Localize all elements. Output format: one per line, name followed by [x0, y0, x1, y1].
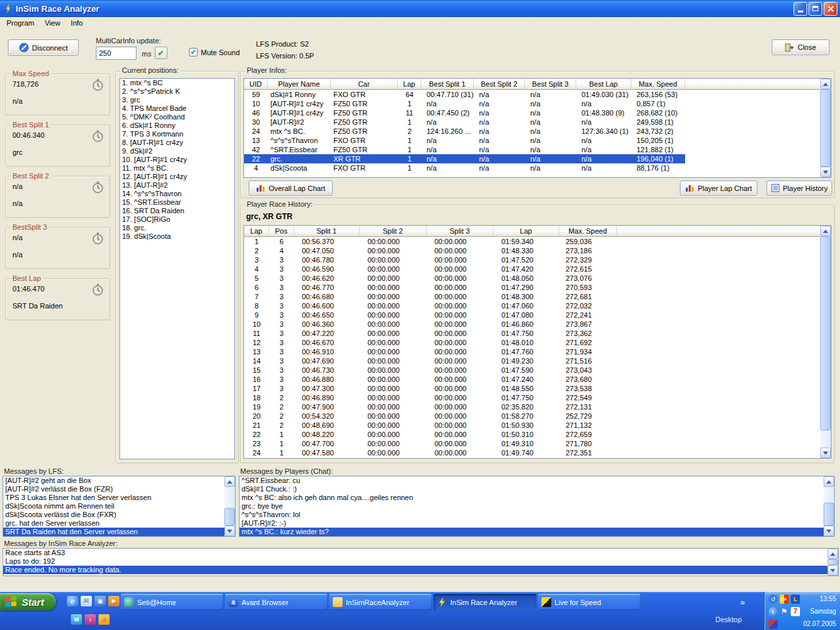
- zonealarm-icon[interactable]: ZA: [780, 595, 789, 604]
- table-row[interactable]: 22grc.XR GTR1n/an/an/an/a196,040 (1): [244, 154, 685, 163]
- player-history-button[interactable]: Player History: [766, 180, 832, 196]
- lfs-bolt-icon[interactable]: L: [791, 595, 800, 604]
- scroll-down-button[interactable]: [828, 565, 838, 576]
- table-row[interactable]: 23100:47.70000:00.00000:00.00001:49.3102…: [244, 439, 617, 448]
- position-item[interactable]: 15. ^SRT.Eissbear: [120, 198, 234, 207]
- column-header[interactable]: Car: [331, 79, 398, 90]
- message-item[interactable]: [AUT-R]#2 verlässt die Box (FZR): [3, 485, 235, 494]
- table-row[interactable]: 13300:46.91000:00.00000:00.00001:47.7602…: [244, 347, 617, 356]
- table-row[interactable]: 14300:47.69000:00.00000:00.00001:49.2302…: [244, 356, 617, 366]
- taskbar-button[interactable]: InSimRaceAnalyzer: [329, 594, 432, 610]
- alert-icon[interactable]: [768, 620, 778, 629]
- scroll-up-button[interactable]: [828, 549, 838, 559]
- position-item[interactable]: 6. dSk|#1 Ronny: [120, 121, 234, 130]
- message-item[interactable]: dSk|#1 Chuck.: :): [240, 485, 834, 494]
- table-row[interactable]: 13^s^s^sThavronFXO GTR1n/an/an/an/a150,2…: [244, 136, 685, 145]
- message-item[interactable]: Race starts at AS3: [3, 549, 838, 557]
- restore-arrow-icon[interactable]: ↺: [768, 595, 778, 604]
- position-item[interactable]: 1. mtx ^s BC: [120, 79, 234, 87]
- scroll-up-button[interactable]: [820, 226, 831, 236]
- overall-lap-chart-button[interactable]: Overall Lap Chart: [249, 180, 333, 196]
- scroll-track[interactable]: [820, 89, 831, 167]
- position-item[interactable]: 14. ^s^s^sThavron: [120, 190, 234, 198]
- message-item[interactable]: grc.: bye bye: [240, 502, 834, 511]
- scroll-thumb[interactable]: [820, 236, 831, 430]
- seven-icon[interactable]: 7: [791, 607, 800, 616]
- table-row[interactable]: 10[AUT-R]#1 cr4zyFZ50 GTR1n/an/an/an/a0,…: [244, 99, 685, 108]
- scroll-track[interactable]: [824, 487, 834, 526]
- table-row[interactable]: 9300:46.65000:00.00000:00.00001:47.08027…: [244, 310, 617, 320]
- lfs-icon[interactable]: [541, 597, 551, 607]
- table-row[interactable]: 15300:46.73000:00.00000:00.00001:47.5902…: [244, 366, 617, 375]
- close-window-button[interactable]: [824, 2, 837, 16]
- message-item[interactable]: dSk|Scoota verlässt die Box (FXR): [3, 511, 235, 519]
- column-header[interactable]: Split 2: [360, 226, 427, 237]
- column-header[interactable]: Max. Speed: [631, 79, 685, 90]
- messages-insim-scrollbar[interactable]: [828, 549, 838, 576]
- table-row[interactable]: 24mtx ^s BC.FZ50 GTR2124:16.260 ...n/an/…: [244, 127, 685, 136]
- mute-sound-checkbox[interactable]: Mute Sound: [189, 48, 240, 56]
- taskbar-button[interactable]: InSim Race Analyzer: [434, 594, 536, 610]
- position-item[interactable]: 5. ^DMK² Coolhand: [120, 113, 234, 121]
- desktop-toolbar-label[interactable]: Desktop: [715, 616, 742, 623]
- scroll-down-button[interactable]: [224, 526, 235, 536]
- column-header[interactable]: Best Lap: [576, 79, 631, 90]
- seti-icon[interactable]: [124, 597, 134, 607]
- position-item[interactable]: 4. TPS Marcel Bade: [120, 104, 234, 113]
- message-item[interactable]: Laps to do: 192: [3, 557, 838, 566]
- table-row[interactable]: 18200:46.89000:00.00000:00.00001:47.7502…: [244, 393, 617, 402]
- table-row[interactable]: 59dSk|#1 RonnyFXO GTR6400:47.710 (31)n/a…: [244, 90, 685, 99]
- minimize-button[interactable]: [793, 2, 807, 16]
- messages-lfs-scrollbar[interactable]: [224, 476, 235, 536]
- taskbar-button[interactable]: Seti@Home: [121, 594, 223, 610]
- position-item[interactable]: 19. dSk|Scoota: [120, 232, 234, 241]
- scroll-track[interactable]: [820, 236, 831, 448]
- message-item[interactable]: TPS 3 Lukas Elsner hat den Server verlas…: [3, 494, 235, 502]
- table-row[interactable]: 7300:46.68000:00.00000:00.00001:48.30027…: [244, 292, 617, 301]
- menu-item-program[interactable]: Program: [1, 18, 39, 28]
- taskbar-button[interactable]: aAvant Browser: [225, 594, 327, 610]
- table-row[interactable]: 24100:47.58000:00.00000:00.00001:49.7402…: [244, 448, 617, 457]
- column-header[interactable]: Best Split 3: [525, 79, 576, 90]
- column-header[interactable]: Split 3: [427, 226, 494, 237]
- column-header[interactable]: UID: [244, 79, 268, 90]
- table-row[interactable]: 21200:48.69000:00.00000:00.00001:50.9302…: [244, 421, 617, 430]
- message-item[interactable]: Race ended. No more tracking data.: [3, 566, 838, 574]
- table-row[interactable]: 12300:46.67000:00.00000:00.00001:48.0102…: [244, 338, 617, 347]
- apply-update-button[interactable]: [155, 47, 167, 59]
- media-player-icon[interactable]: ▶: [108, 596, 119, 606]
- messages-chat-scrollbar[interactable]: [824, 476, 834, 536]
- table-row[interactable]: 11300:47.22000:00.00000:00.00001:47.7502…: [244, 329, 617, 338]
- column-header[interactable]: Max. Speed: [559, 226, 617, 237]
- scroll-track[interactable]: [828, 559, 838, 565]
- position-item[interactable]: 10. [AUT-R]#1 cr4zy: [120, 156, 234, 164]
- position-item[interactable]: 3. grc: [120, 96, 234, 104]
- hide-icons-chevron[interactable]: ‹: [768, 607, 778, 616]
- position-item[interactable]: 13. [AUT-R]#2: [120, 181, 234, 190]
- scroll-track[interactable]: [224, 487, 235, 526]
- player-lap-chart-button[interactable]: Player Lap Chart: [680, 180, 757, 196]
- table-row[interactable]: 10300:46.36000:00.00000:00.00001:46.8602…: [244, 320, 617, 329]
- table-row[interactable]: 6300:46.77000:00.00000:00.00001:47.29027…: [244, 283, 617, 292]
- table-row[interactable]: 17300:47.30000:00.00000:00.00001:48.5502…: [244, 384, 617, 393]
- msn-icon[interactable]: M: [71, 614, 82, 625]
- folder-icon[interactable]: [333, 597, 343, 607]
- position-item[interactable]: 12. [AUT-R]#1 cr4zy: [120, 173, 234, 181]
- start-button[interactable]: Start: [0, 593, 56, 610]
- scroll-down-button[interactable]: [824, 526, 834, 536]
- avant-icon[interactable]: a: [228, 597, 238, 607]
- position-item[interactable]: 7. TPS 3 Kortmann: [120, 130, 234, 138]
- table-row[interactable]: 2400:47.05000:00.00000:00.00001:48.33027…: [244, 246, 617, 255]
- column-header[interactable]: Split 1: [294, 226, 360, 237]
- scroll-up-button[interactable]: [824, 476, 834, 487]
- column-header[interactable]: Lap: [494, 226, 559, 237]
- outlook-icon[interactable]: ✉: [81, 596, 92, 606]
- table-row[interactable]: 20200:54.32000:00.00000:00.00001:58.2702…: [244, 411, 617, 421]
- position-item[interactable]: 8. [AUT-R]#1 cr4zy: [120, 138, 234, 147]
- insim-icon[interactable]: [437, 597, 447, 607]
- disconnect-button[interactable]: Disconnect: [8, 39, 79, 56]
- scroll-thumb[interactable]: [224, 508, 235, 526]
- close-app-button[interactable]: Close: [772, 39, 830, 55]
- menu-item-view[interactable]: View: [39, 18, 66, 28]
- column-header[interactable]: Lap: [398, 79, 421, 90]
